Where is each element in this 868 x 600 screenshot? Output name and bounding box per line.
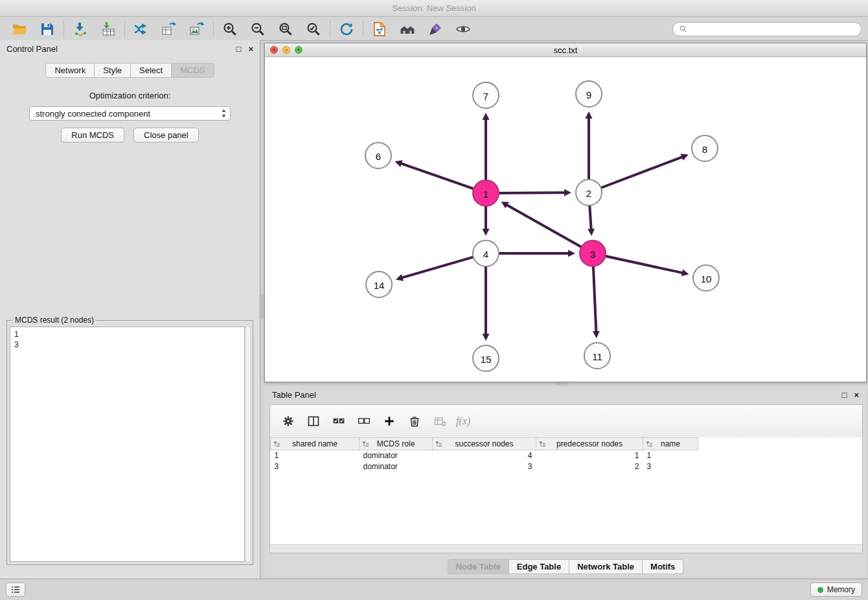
- graph-edge-3-10[interactable]: [605, 256, 683, 273]
- tab-motifs[interactable]: Motifs: [643, 559, 683, 574]
- window-close-icon[interactable]: ×: [270, 46, 278, 54]
- zoom-in-icon[interactable]: [220, 20, 240, 38]
- zoom-fit-icon[interactable]: [276, 20, 295, 38]
- cell-shared-name[interactable]: 1: [271, 450, 360, 461]
- cell-mcds-role[interactable]: dominator: [360, 450, 433, 461]
- graph-node-label: 10: [701, 273, 712, 284]
- graph-edge-4-14[interactable]: [402, 257, 474, 278]
- window-minimize-icon[interactable]: −: [282, 46, 290, 54]
- graph-edge-1-6[interactable]: [400, 163, 474, 189]
- tab-style[interactable]: Style: [95, 63, 131, 78]
- first-neighbors-icon[interactable]: [398, 20, 417, 38]
- network-window-titlebar[interactable]: × − + scc.txt: [265, 43, 866, 57]
- select-all-icon[interactable]: [330, 413, 347, 430]
- refresh-view-icon[interactable]: [337, 20, 356, 38]
- vertical-splitter-grip[interactable]: [259, 295, 264, 319]
- memory-button-label: Memory: [827, 585, 855, 594]
- network-arrows-icon[interactable]: [131, 20, 151, 38]
- graph-edge-arrowhead: [681, 270, 689, 277]
- graph-node-label: 11: [592, 351, 602, 362]
- table-horizontal-scrollbar[interactable]: [270, 544, 862, 553]
- mcds-result-title: MCDS result (2 nodes): [12, 316, 97, 325]
- tab-network-table[interactable]: Network Table: [569, 559, 643, 574]
- table-panel-title: Table Panel: [272, 390, 316, 400]
- cell-predecessor-nodes[interactable]: 1: [536, 450, 643, 461]
- graph-edge-3-1[interactable]: [506, 205, 582, 248]
- tab-node-table[interactable]: Node Table: [448, 559, 509, 574]
- optimization-select[interactable]: strongly connected component: [29, 106, 231, 121]
- list-icon: [10, 584, 21, 595]
- control-panel: Control Panel □ × Network Style Select M…: [0, 40, 260, 579]
- cell-name[interactable]: 1: [643, 450, 698, 461]
- run-mcds-button[interactable]: Run MCDS: [61, 128, 124, 143]
- show-hide-eye-icon[interactable]: [453, 20, 473, 38]
- open-file-icon[interactable]: [10, 20, 29, 38]
- float-panel-icon[interactable]: □: [236, 45, 242, 53]
- zoom-out-icon[interactable]: [248, 20, 268, 38]
- zoom-selected-icon[interactable]: [304, 20, 323, 38]
- result-scrollbar[interactable]: [246, 327, 251, 562]
- export-table-icon[interactable]: [159, 20, 179, 38]
- cell-mcds-role[interactable]: dominator: [360, 461, 433, 472]
- graph-edge-2-3[interactable]: [589, 205, 591, 230]
- show-columns-icon[interactable]: [304, 413, 322, 430]
- graph-edge-arrowhead: [394, 160, 402, 167]
- cell-shared-name[interactable]: 3: [271, 461, 360, 472]
- task-history-button[interactable]: [6, 583, 25, 597]
- attribute-icon: [273, 441, 280, 450]
- graph-edge-arrowhead: [593, 331, 600, 338]
- save-session-icon[interactable]: [38, 20, 57, 38]
- table-settings-gear-icon[interactable]: [279, 413, 297, 430]
- graph-edge-arrowhead: [586, 111, 593, 119]
- import-network-icon[interactable]: [71, 20, 90, 38]
- tab-network[interactable]: Network: [45, 63, 95, 78]
- cell-successor-nodes[interactable]: 4: [433, 450, 536, 461]
- column-header-successor-nodes[interactable]: successor nodes: [433, 438, 536, 450]
- open-document-icon[interactable]: [370, 20, 389, 38]
- search-box[interactable]: [672, 22, 862, 36]
- table-header-row: shared name MCDS role successor nodes: [271, 438, 698, 450]
- horizontal-splitter-grip[interactable]: [556, 382, 569, 386]
- close-panel-icon[interactable]: ×: [854, 391, 859, 399]
- graph-edge-arrowhead: [564, 189, 571, 196]
- style-paint-icon[interactable]: [426, 20, 445, 38]
- graph-edge-2-8[interactable]: [600, 157, 683, 188]
- tab-edge-table[interactable]: Edge Table: [509, 559, 569, 574]
- column-header-predecessor-nodes[interactable]: predecessor nodes: [536, 438, 643, 450]
- toolbar-separator: [330, 21, 330, 38]
- deselect-all-icon[interactable]: [355, 413, 372, 430]
- search-input[interactable]: [691, 24, 855, 34]
- app-titlebar[interactable]: Session: New Session: [0, 0, 868, 17]
- tab-mcds[interactable]: MCDS: [172, 63, 214, 78]
- close-panel-button[interactable]: Close panel: [133, 128, 199, 143]
- delete-column-trash-icon[interactable]: [405, 413, 423, 430]
- graph-node-label: 15: [481, 354, 492, 365]
- network-canvas[interactable]: 1234678910111415: [265, 58, 866, 382]
- column-header-name[interactable]: name: [643, 438, 698, 450]
- network-window-title: scc.txt: [265, 45, 866, 55]
- table-panel-tabs: Node Table Edge Table Network Table Moti…: [264, 559, 867, 574]
- export-image-icon[interactable]: [187, 20, 207, 38]
- cell-successor-nodes[interactable]: 3: [433, 461, 536, 472]
- add-column-icon[interactable]: [380, 413, 398, 430]
- graph-edge-3-11[interactable]: [593, 266, 597, 332]
- tab-select[interactable]: Select: [131, 63, 172, 78]
- table-row: 1 dominator 4 1 1: [271, 450, 698, 461]
- column-header-shared-name[interactable]: shared name: [271, 438, 360, 450]
- graph-node-label: 14: [374, 280, 385, 291]
- graph-edge-1-2[interactable]: [498, 192, 565, 193]
- graph-node-label: 3: [590, 249, 595, 260]
- memory-button[interactable]: Memory: [810, 583, 862, 597]
- close-panel-icon[interactable]: ×: [248, 45, 253, 53]
- column-header-mcds-role[interactable]: MCDS role: [360, 438, 433, 450]
- window-zoom-icon[interactable]: +: [295, 46, 303, 54]
- import-table-icon[interactable]: [98, 20, 118, 38]
- attribute-icon: [362, 441, 369, 450]
- cell-predecessor-nodes[interactable]: 2: [536, 461, 643, 472]
- cell-name[interactable]: 3: [643, 461, 698, 472]
- mcds-result-list[interactable]: 1 3: [10, 327, 245, 562]
- optimization-criterion-label: Optimization criterion:: [0, 91, 260, 100]
- control-panel-tabs: Network Style Select MCDS: [0, 63, 260, 78]
- toolbar-separator: [63, 21, 64, 38]
- float-panel-icon[interactable]: □: [842, 391, 847, 399]
